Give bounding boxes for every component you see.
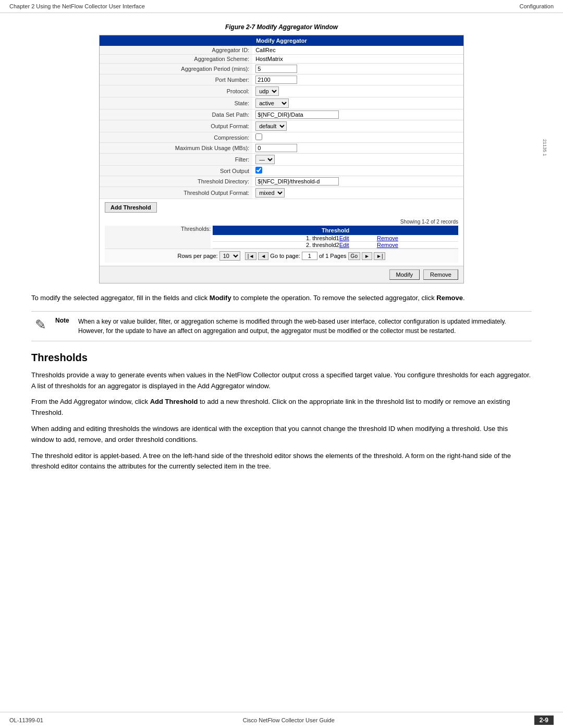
filter-select[interactable]: — bbox=[255, 155, 275, 164]
next-page-button[interactable]: ► bbox=[362, 252, 372, 260]
threshold-output-format-select[interactable]: mixed binary ascii bbox=[255, 188, 285, 198]
main-content: Figure 2-7 Modify Aggregator Window Modi… bbox=[0, 13, 563, 488]
thresholds-para3: When adding and editing thresholds the w… bbox=[31, 424, 532, 446]
field-aggregation-period: Aggregation Period (mins): bbox=[100, 64, 463, 75]
field-compression: Compression: bbox=[100, 132, 463, 143]
thresholds-heading: Thresholds bbox=[31, 352, 532, 364]
thresholds-para2: From the Add Aggregator window, click Ad… bbox=[31, 397, 532, 418]
note-icon: ✎ bbox=[31, 317, 50, 336]
note-text: When a key or value builder, filter, or … bbox=[78, 317, 532, 336]
protocol-select[interactable]: udp tcp bbox=[255, 87, 279, 96]
field-sort-output: Sort Output bbox=[100, 166, 463, 176]
note-label: Note bbox=[55, 317, 74, 336]
sort-output-checkbox[interactable] bbox=[255, 167, 262, 174]
go-button[interactable]: Go bbox=[348, 252, 360, 260]
threshold-table-header: Threshold bbox=[213, 226, 458, 235]
output-format-select[interactable]: default bbox=[255, 121, 287, 131]
add-threshold-button[interactable]: Add Threshold bbox=[105, 202, 157, 213]
field-max-disk-usage: Maximum Disk Usage (MBs): bbox=[100, 143, 463, 154]
bottom-buttons: Modify Remove bbox=[100, 266, 463, 283]
threshold-section: Add Threshold Showing 1-2 of 2 records T… bbox=[100, 199, 463, 266]
field-port-number: Port Number: bbox=[100, 75, 463, 85]
rows-per-page-select[interactable]: 10 25 bbox=[219, 251, 240, 261]
field-aggregation-scheme: Aggregation Scheme: HostMatrix bbox=[100, 55, 463, 64]
footer-left: OL-11399-01 bbox=[9, 717, 43, 723]
table-row: 2. threshold2 Edit Remove bbox=[213, 242, 458, 249]
figure-sidebar: 21135 1 bbox=[542, 139, 547, 156]
max-disk-usage-input[interactable] bbox=[255, 144, 297, 152]
modify-aggregator-window: Modify Aggregator Aggregator ID: CallRec… bbox=[99, 35, 464, 283]
aggregator-id-value: CallRec bbox=[255, 47, 276, 53]
field-filter: Filter: — bbox=[100, 154, 463, 166]
field-threshold-output-format: Threshold Output Format: mixed binary as… bbox=[100, 187, 463, 199]
rows-per-page-label: Rows per page: bbox=[178, 253, 218, 259]
remove-link-1[interactable]: Remove bbox=[377, 235, 458, 242]
page-footer: OL-11399-01 Cisco NetFlow Collector User… bbox=[0, 712, 563, 728]
showing-text: Showing 1-2 of 2 records bbox=[105, 219, 458, 225]
port-number-input[interactable] bbox=[255, 76, 297, 84]
go-to-label: Go to page: bbox=[270, 253, 300, 259]
remove-button[interactable]: Remove bbox=[423, 269, 458, 280]
section-title: Configuration bbox=[520, 3, 554, 9]
edit-link-1[interactable]: Edit bbox=[339, 235, 377, 242]
state-select[interactable]: active inactive bbox=[255, 98, 289, 108]
prev-page-button[interactable]: ◄ bbox=[258, 252, 268, 260]
field-output-format: Output Format: default bbox=[100, 120, 463, 132]
note-section: ✎ Note When a key or value builder, filt… bbox=[31, 311, 532, 341]
of-pages: of 1 Pages bbox=[319, 253, 347, 259]
last-page-button[interactable]: ►| bbox=[374, 252, 386, 260]
field-protocol: Protocol: udp tcp bbox=[100, 85, 463, 97]
field-data-set-path: Data Set Path: bbox=[100, 109, 463, 120]
footer-center: Cisco NetFlow Collector User Guide bbox=[243, 717, 335, 723]
remove-link-2[interactable]: Remove bbox=[377, 242, 458, 249]
page-number: 2-9 bbox=[534, 715, 554, 725]
page-header: Chapter 2 Using the NetFlow Collector Us… bbox=[0, 0, 563, 13]
modify-button[interactable]: Modify bbox=[389, 269, 420, 280]
thresholds-label: Thresholds: bbox=[105, 226, 211, 249]
thresholds-para1: Thresholds provide a way to generate eve… bbox=[31, 370, 532, 392]
page-input[interactable] bbox=[302, 252, 317, 260]
table-row: 1. threshold1 Edit Remove bbox=[213, 235, 458, 242]
pagination-row: Rows per page: 10 25 |◄ ◄ Go to page: of… bbox=[105, 249, 458, 263]
aggregation-period-input[interactable] bbox=[255, 65, 297, 73]
chapter-title: Chapter 2 Using the NetFlow Collector Us… bbox=[9, 3, 145, 9]
threshold-directory-input[interactable] bbox=[255, 177, 339, 186]
threshold-table: Threshold 1. threshold1 Edit Remove bbox=[213, 226, 458, 249]
field-aggregator-id: Aggregator ID: CallRec bbox=[100, 46, 463, 55]
body-paragraph-1: To modify the selected aggregator, fill … bbox=[31, 293, 532, 304]
compression-checkbox[interactable] bbox=[255, 133, 262, 140]
first-page-button[interactable]: |◄ bbox=[245, 252, 257, 260]
field-threshold-directory: Threshold Directory: bbox=[100, 176, 463, 187]
window-title: Modify Aggregator bbox=[100, 35, 463, 46]
aggregation-scheme-value: HostMatrix bbox=[255, 56, 283, 62]
thresholds-para4: The threshold editor is applet-based. A … bbox=[31, 451, 532, 473]
edit-link-2[interactable]: Edit bbox=[339, 242, 377, 249]
data-set-path-input[interactable] bbox=[255, 110, 339, 119]
figure-caption: Figure 2-7 Modify Aggregator Window bbox=[31, 23, 532, 31]
field-state: State: active inactive bbox=[100, 97, 463, 109]
form-table: Aggregator ID: CallRec Aggregation Schem… bbox=[100, 46, 463, 199]
